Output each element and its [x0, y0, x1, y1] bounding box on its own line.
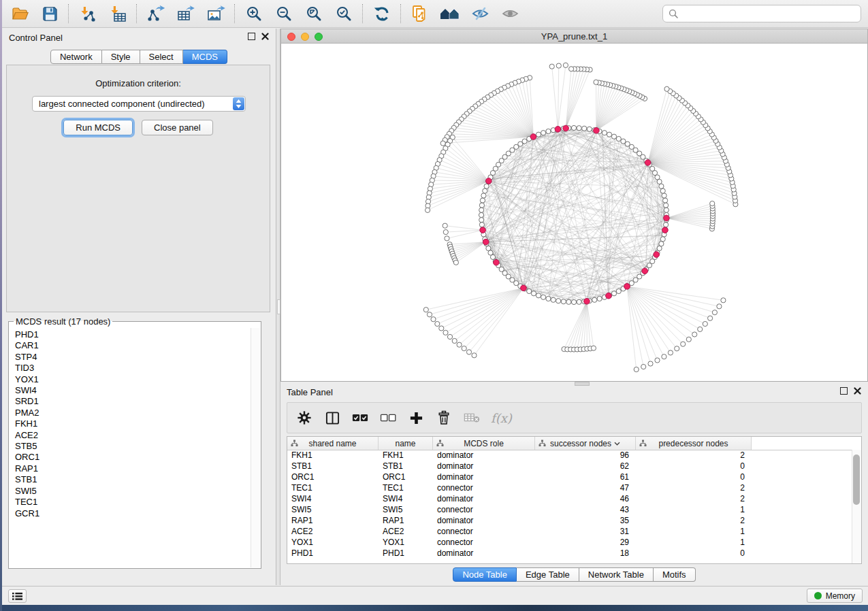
table-cell[interactable]: dominator: [433, 472, 535, 482]
table-cell[interactable]: 29: [535, 537, 636, 548]
tab-edge-table[interactable]: Edge Table: [517, 567, 579, 582]
table-cell[interactable]: RAP1: [287, 515, 379, 526]
save-session-button[interactable]: [35, 2, 65, 25]
tab-node-table[interactable]: Node Table: [453, 567, 517, 582]
close-panel-icon[interactable]: [854, 387, 861, 395]
deselect-all-button[interactable]: [379, 409, 397, 427]
table-cell[interactable]: 31: [535, 526, 636, 537]
network-canvas[interactable]: [280, 44, 868, 382]
table-cell[interactable]: FKH1: [287, 450, 379, 461]
table-cell[interactable]: dominator: [433, 450, 535, 461]
table-cell[interactable]: 35: [535, 515, 636, 526]
float-panel-icon[interactable]: [840, 387, 848, 395]
table-cell[interactable]: TEC1: [379, 482, 433, 493]
task-history-button[interactable]: [8, 589, 27, 603]
table-cell[interactable]: PHD1: [379, 548, 433, 559]
table-cell[interactable]: 1: [636, 504, 752, 515]
table-cell[interactable]: STB1: [287, 461, 379, 472]
table-cell[interactable]: 0: [636, 548, 752, 559]
table-cell[interactable]: 61: [535, 472, 636, 482]
table-cell[interactable]: TEC1: [287, 482, 379, 493]
table-row[interactable]: ACE2ACE2connector311: [287, 526, 852, 537]
delete-table-button[interactable]: [463, 409, 481, 427]
table-cell[interactable]: SWI4: [287, 493, 379, 504]
mcds-result-list[interactable]: PHD1CAR1STP4TID3YOX1SWI4SRD1PMA2FKH1ACE2…: [10, 328, 251, 567]
table-cell[interactable]: 1: [636, 526, 752, 537]
delete-column-button[interactable]: [435, 409, 453, 427]
mcds-result-item[interactable]: ACE2: [15, 430, 251, 441]
zoom-fit-button[interactable]: [299, 2, 329, 25]
mcds-result-item[interactable]: TID3: [15, 363, 251, 374]
table-cell[interactable]: 18: [535, 548, 636, 559]
table-row[interactable]: PHD1PHD1dominator180: [287, 548, 852, 559]
table-cell[interactable]: FKH1: [379, 450, 433, 461]
table-scrollbar[interactable]: [852, 450, 861, 563]
table-cell[interactable]: 2: [636, 450, 752, 461]
mcds-result-item[interactable]: STP4: [15, 352, 251, 363]
table-cell[interactable]: STB1: [379, 461, 433, 472]
column-header-predecessor-nodes[interactable]: predecessor nodes: [636, 437, 752, 450]
table-row[interactable]: SWI5SWI5connector431: [287, 504, 852, 515]
table-cell[interactable]: ORC1: [287, 472, 379, 482]
column-header-successor-nodes[interactable]: successor nodes: [535, 437, 636, 450]
table-cell[interactable]: YOX1: [287, 537, 379, 548]
open-file-button[interactable]: [5, 2, 35, 25]
mcds-result-item[interactable]: PMA2: [15, 408, 251, 418]
mcds-result-item[interactable]: FKH1: [15, 418, 251, 429]
table-cell[interactable]: connector: [433, 504, 535, 515]
table-row[interactable]: FKH1FKH1dominator962: [287, 450, 852, 461]
tab-mcds[interactable]: MCDS: [183, 50, 227, 64]
export-table-button[interactable]: [171, 2, 201, 25]
table-cell[interactable]: ACE2: [379, 526, 433, 537]
table-row[interactable]: TEC1TEC1connector472: [287, 482, 852, 493]
table-cell[interactable]: SWI5: [287, 504, 379, 515]
table-cell[interactable]: 96: [535, 450, 636, 461]
table-cell[interactable]: SWI5: [379, 504, 433, 515]
tab-network-table[interactable]: Network Table: [579, 567, 654, 582]
table-cell[interactable]: connector: [433, 526, 535, 537]
tab-style[interactable]: Style: [102, 50, 140, 64]
refresh-view-button[interactable]: [367, 2, 397, 25]
table-cell[interactable]: 2: [636, 482, 752, 493]
table-cell[interactable]: SWI4: [379, 493, 433, 504]
table-cell[interactable]: PHD1: [287, 548, 379, 559]
mcds-result-item[interactable]: SWI4: [15, 385, 251, 396]
search-input[interactable]: [681, 6, 861, 21]
toggle-panel-button[interactable]: [323, 409, 341, 427]
table-cell[interactable]: ORC1: [379, 472, 433, 482]
zoom-out-button[interactable]: [269, 2, 299, 25]
table-cell[interactable]: connector: [433, 482, 535, 493]
criterion-dropdown[interactable]: largest connected component (undirected): [32, 96, 246, 112]
table-row[interactable]: ORC1ORC1dominator610: [287, 472, 852, 482]
table-cell[interactable]: 2: [636, 515, 752, 526]
table-cell[interactable]: dominator: [433, 548, 535, 559]
import-network-button[interactable]: [73, 2, 103, 25]
mcds-result-item[interactable]: STB5: [15, 441, 251, 452]
table-cell[interactable]: connector: [433, 537, 535, 548]
export-image-button[interactable]: [201, 2, 231, 25]
table-cell[interactable]: 1: [636, 537, 752, 548]
float-panel-icon[interactable]: [248, 33, 255, 40]
table-row[interactable]: SWI4SWI4dominator462: [287, 493, 852, 504]
zoom-selected-button[interactable]: [329, 2, 359, 25]
mcds-result-scrollbar[interactable]: [251, 328, 260, 567]
mcds-result-item[interactable]: ORC1: [15, 452, 251, 463]
run-mcds-button[interactable]: Run MCDS: [63, 120, 133, 135]
mcds-result-item[interactable]: CAR1: [15, 340, 251, 351]
table-row[interactable]: YOX1YOX1connector291: [287, 537, 852, 548]
table-cell[interactable]: 43: [535, 504, 636, 515]
table-cell[interactable]: dominator: [433, 515, 535, 526]
import-table-button[interactable]: [103, 2, 133, 25]
close-panel-button[interactable]: Close panel: [142, 120, 213, 135]
mcds-result-item[interactable]: STB1: [15, 474, 251, 485]
table-cell[interactable]: RAP1: [379, 515, 433, 526]
tab-select[interactable]: Select: [140, 50, 183, 64]
table-cell[interactable]: 0: [636, 472, 752, 482]
first-neighbors-button[interactable]: [435, 2, 465, 25]
table-cell[interactable]: 47: [535, 482, 636, 493]
column-header-mcds-role[interactable]: MCDS role: [433, 437, 535, 450]
select-all-button[interactable]: [351, 409, 369, 427]
add-column-button[interactable]: [407, 409, 425, 427]
table-cell[interactable]: dominator: [433, 493, 535, 504]
column-header-shared-name[interactable]: shared name: [287, 437, 379, 450]
